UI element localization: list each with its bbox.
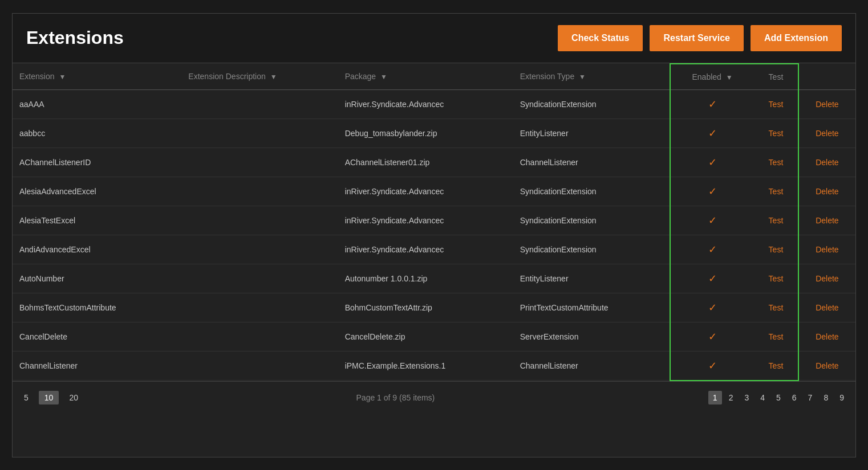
cell-description bbox=[181, 148, 338, 177]
cell-delete: Delete bbox=[798, 148, 855, 177]
cell-test: Test bbox=[754, 177, 798, 206]
cell-delete: Delete bbox=[798, 293, 855, 322]
cell-enabled: ✓ bbox=[670, 322, 754, 351]
package-filter-icon[interactable]: ▼ bbox=[380, 73, 387, 81]
table-row: aabbcc Debug_tomasbylander.zip EntityLis… bbox=[13, 118, 855, 148]
cell-enabled: ✓ bbox=[670, 264, 754, 293]
add-extension-button[interactable]: Add Extension bbox=[751, 25, 842, 51]
delete-link[interactable]: Delete bbox=[816, 187, 838, 196]
cell-enabled: ✓ bbox=[670, 177, 754, 206]
cell-type: ChannelListener bbox=[513, 351, 670, 381]
cell-extension: BohmsTextCustomAttribute bbox=[13, 293, 181, 322]
cell-type: SyndicationExtension bbox=[513, 89, 670, 118]
col-description-header[interactable]: Extension Description ▼ bbox=[181, 64, 338, 90]
cell-delete: Delete bbox=[798, 177, 855, 206]
col-enabled-header[interactable]: Enabled ▼ bbox=[670, 64, 754, 90]
extension-filter-icon[interactable]: ▼ bbox=[59, 73, 66, 81]
cell-extension: AutoNumber bbox=[13, 264, 181, 293]
cell-delete: Delete bbox=[798, 351, 855, 381]
enabled-check-icon: ✓ bbox=[708, 244, 717, 255]
col-type-header[interactable]: Extension Type ▼ bbox=[513, 64, 670, 90]
enabled-check-icon: ✓ bbox=[708, 157, 717, 168]
page-size-10[interactable]: 10 bbox=[39, 391, 59, 404]
type-filter-icon[interactable]: ▼ bbox=[579, 73, 586, 81]
test-link[interactable]: Test bbox=[769, 187, 784, 196]
check-status-button[interactable]: Check Status bbox=[558, 25, 643, 51]
cell-test: Test bbox=[754, 206, 798, 235]
cell-delete: Delete bbox=[798, 206, 855, 235]
description-filter-icon[interactable]: ▼ bbox=[270, 73, 277, 81]
col-test-header[interactable]: Test bbox=[754, 64, 798, 90]
cell-package: BohmCustomTextAttr.zip bbox=[338, 293, 513, 322]
enabled-check-icon: ✓ bbox=[708, 331, 717, 342]
page-btn-2[interactable]: 2 bbox=[724, 391, 738, 404]
page-btn-5[interactable]: 5 bbox=[772, 391, 785, 404]
cell-type: EntityListener bbox=[513, 264, 670, 293]
restart-service-button[interactable]: Restart Service bbox=[650, 25, 744, 51]
table-row: AlesiaAdvancedExcel inRiver.Syndicate.Ad… bbox=[13, 177, 855, 206]
test-link[interactable]: Test bbox=[769, 158, 784, 167]
page-btn-7[interactable]: 7 bbox=[804, 391, 817, 404]
table-row: CancelDelete CancelDelete.zip ServerExte… bbox=[13, 322, 855, 351]
pagination-info: Page 1 of 9 (85 items) bbox=[356, 393, 435, 402]
cell-test: Test bbox=[754, 118, 798, 148]
cell-extension: AlesiaAdvancedExcel bbox=[13, 177, 181, 206]
cell-delete: Delete bbox=[798, 264, 855, 293]
table-row: aaAAA inRiver.Syndicate.Advancec Syndica… bbox=[13, 89, 855, 118]
cell-enabled: ✓ bbox=[670, 118, 754, 148]
cell-description bbox=[181, 206, 338, 235]
cell-package: Autonumber 1.0.0.1.zip bbox=[338, 264, 513, 293]
delete-link[interactable]: Delete bbox=[816, 158, 838, 167]
page-size-5[interactable]: 5 bbox=[19, 391, 33, 404]
cell-test: Test bbox=[754, 89, 798, 118]
test-link[interactable]: Test bbox=[769, 361, 784, 370]
table-row: AutoNumber Autonumber 1.0.0.1.zip Entity… bbox=[13, 264, 855, 293]
test-link[interactable]: Test bbox=[769, 216, 784, 225]
page-btn-8[interactable]: 8 bbox=[819, 391, 833, 404]
table-row: AndiAdvancedExcel inRiver.Syndicate.Adva… bbox=[13, 235, 855, 264]
footer: 5 10 20 Page 1 of 9 (85 items) 123456789 bbox=[13, 381, 855, 414]
pagination-numbers: 123456789 bbox=[708, 391, 849, 404]
delete-link[interactable]: Delete bbox=[816, 361, 838, 370]
page-btn-9[interactable]: 9 bbox=[835, 391, 849, 404]
col-extension-header[interactable]: Extension ▼ bbox=[13, 64, 181, 90]
col-package-header[interactable]: Package ▼ bbox=[338, 64, 513, 90]
enabled-filter-icon[interactable]: ▼ bbox=[726, 73, 733, 81]
test-link[interactable]: Test bbox=[769, 274, 784, 283]
delete-link[interactable]: Delete bbox=[816, 332, 838, 341]
cell-package: Debug_tomasbylander.zip bbox=[338, 118, 513, 148]
cell-description bbox=[181, 351, 338, 381]
cell-package: inRiver.Syndicate.Advancec bbox=[338, 235, 513, 264]
test-link[interactable]: Test bbox=[769, 332, 784, 341]
enabled-check-icon: ✓ bbox=[708, 99, 717, 110]
test-link[interactable]: Test bbox=[769, 129, 784, 138]
cell-extension: aaAAA bbox=[13, 89, 181, 118]
delete-link[interactable]: Delete bbox=[816, 303, 838, 312]
delete-link[interactable]: Delete bbox=[816, 216, 838, 225]
cell-type: EntityListener bbox=[513, 118, 670, 148]
cell-delete: Delete bbox=[798, 118, 855, 148]
test-link[interactable]: Test bbox=[769, 100, 784, 109]
cell-enabled: ✓ bbox=[670, 148, 754, 177]
page-btn-1[interactable]: 1 bbox=[708, 391, 722, 404]
page-btn-3[interactable]: 3 bbox=[740, 391, 753, 404]
test-link[interactable]: Test bbox=[769, 303, 784, 312]
delete-link[interactable]: Delete bbox=[816, 274, 838, 283]
cell-extension: ChannelListener bbox=[13, 351, 181, 381]
cell-extension: AChannelListenerID bbox=[13, 148, 181, 177]
enabled-check-icon: ✓ bbox=[708, 302, 717, 313]
delete-link[interactable]: Delete bbox=[816, 245, 838, 254]
page-btn-4[interactable]: 4 bbox=[756, 391, 769, 404]
page-size-20[interactable]: 20 bbox=[64, 391, 83, 404]
delete-link[interactable]: Delete bbox=[816, 100, 838, 109]
cell-description bbox=[181, 89, 338, 118]
delete-link[interactable]: Delete bbox=[816, 129, 838, 138]
cell-test: Test bbox=[754, 264, 798, 293]
page-btn-6[interactable]: 6 bbox=[788, 391, 801, 404]
cell-package: CancelDelete.zip bbox=[338, 322, 513, 351]
table-body: aaAAA inRiver.Syndicate.Advancec Syndica… bbox=[13, 89, 855, 381]
cell-description bbox=[181, 264, 338, 293]
cell-extension: CancelDelete bbox=[13, 322, 181, 351]
test-link[interactable]: Test bbox=[769, 245, 784, 254]
cell-description bbox=[181, 322, 338, 351]
